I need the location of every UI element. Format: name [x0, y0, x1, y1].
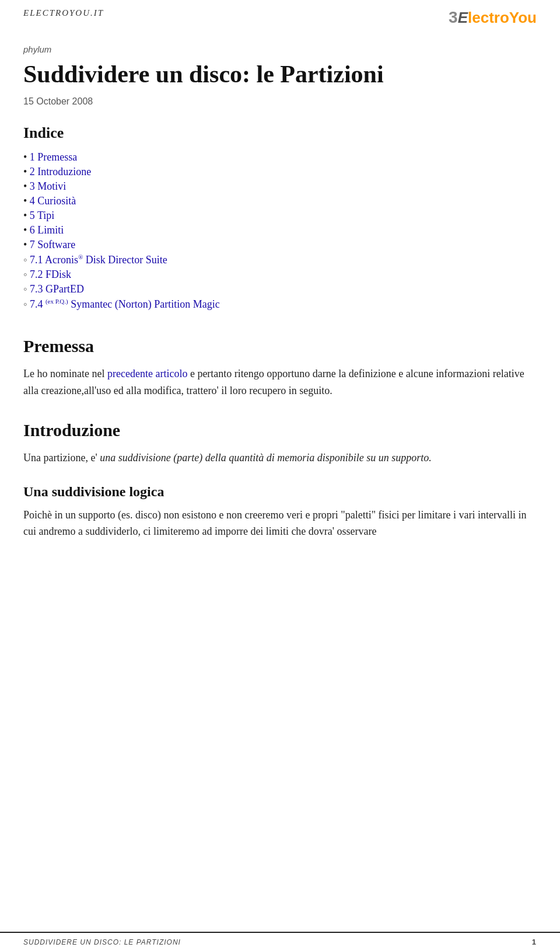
toc-link-2[interactable]: 2 Introduzione — [30, 166, 91, 177]
section-title-introduzione: Introduzione — [23, 420, 537, 440]
premessa-paragraph: Le ho nominate nel precedente articolo e… — [23, 365, 537, 399]
toc-sublist: 7.1 Acronis® Disk Director Suite 7.2 FDi… — [23, 252, 537, 312]
toc-link-3[interactable]: 3 Motivi — [30, 180, 66, 192]
logo-lectro: lectro — [468, 9, 509, 27]
article-title: Suddividere un disco: le Partizioni — [23, 60, 537, 88]
article-body: Premessa Le ho nominate nel precedente a… — [23, 336, 537, 540]
toc-link-5[interactable]: 5 Tipi — [30, 210, 55, 221]
main-content: phylum Suddividere un disco: le Partizio… — [0, 33, 560, 586]
toc-link-6[interactable]: 6 Limiti — [30, 224, 64, 236]
toc-link-7-1[interactable]: 7.1 Acronis® Disk Director Suite — [30, 254, 167, 266]
suddivisione-paragraph: Poichè in un supporto (es. disco) non es… — [23, 507, 537, 541]
footer-page-number: 1 — [532, 938, 537, 946]
toc-link-7-3[interactable]: 7.3 GPartED — [30, 283, 84, 295]
section-title-premessa: Premessa — [23, 336, 537, 356]
toc-list: 1 Premessa 2 Introduzione 3 Motivi 4 Cur… — [23, 150, 537, 313]
logo-e: E — [458, 9, 468, 27]
section-title-suddivisione: Una suddivisione logica — [23, 484, 537, 500]
site-name: ElectroYou.it — [23, 8, 104, 18]
toc-item-3: 3 Motivi — [23, 179, 537, 194]
logo-you: You — [509, 9, 537, 27]
page-footer: Suddividere un disco: le Partizioni 1 — [0, 932, 560, 951]
table-of-contents: Indice 1 Premessa 2 Introduzione 3 Motiv… — [23, 124, 537, 313]
toc-link-7-2[interactable]: 7.2 FDisk — [30, 269, 71, 280]
toc-subitem-7-2: 7.2 FDisk — [23, 267, 537, 282]
article-date: 15 October 2008 — [23, 96, 537, 107]
footer-article-title: Suddividere un disco: le Partizioni — [23, 938, 181, 946]
toc-item-4: 4 Curiosità — [23, 194, 537, 208]
page-header: ElectroYou.it 3 E lectro You — [0, 0, 560, 33]
toc-item-2: 2 Introduzione — [23, 165, 537, 179]
toc-link-7-4[interactable]: 7.4 (ex P.Q.) Symantec (Norton) Partitio… — [30, 298, 220, 310]
toc-link-7[interactable]: 7 Software — [30, 239, 75, 250]
toc-subitem-7-1: 7.1 Acronis® Disk Director Suite — [23, 252, 537, 267]
toc-item-5: 5 Tipi — [23, 208, 537, 223]
toc-link-4[interactable]: 4 Curiosità — [30, 195, 76, 207]
toc-subitem-7-3: 7.3 GPartED — [23, 282, 537, 297]
toc-item-6: 6 Limiti — [23, 223, 537, 238]
category-label: phylum — [23, 44, 537, 54]
toc-link-1[interactable]: 1 Premessa — [30, 151, 77, 163]
site-logo: 3 E lectro You — [449, 8, 537, 27]
introduzione-paragraph: Una partizione, e' una suddivisione (par… — [23, 450, 537, 466]
logo-bracket: 3 — [449, 8, 458, 27]
introduzione-italic: una suddivisione (parte) della quantità … — [100, 452, 431, 464]
toc-item-1: 1 Premessa — [23, 150, 537, 165]
toc-item-7: 7 Software 7.1 Acronis® Disk Director Su… — [23, 238, 537, 313]
toc-subitem-7-4: 7.4 (ex P.Q.) Symantec (Norton) Partitio… — [23, 297, 537, 312]
toc-heading: Indice — [23, 124, 537, 142]
precedente-articolo-link[interactable]: precedente articolo — [107, 368, 187, 379]
